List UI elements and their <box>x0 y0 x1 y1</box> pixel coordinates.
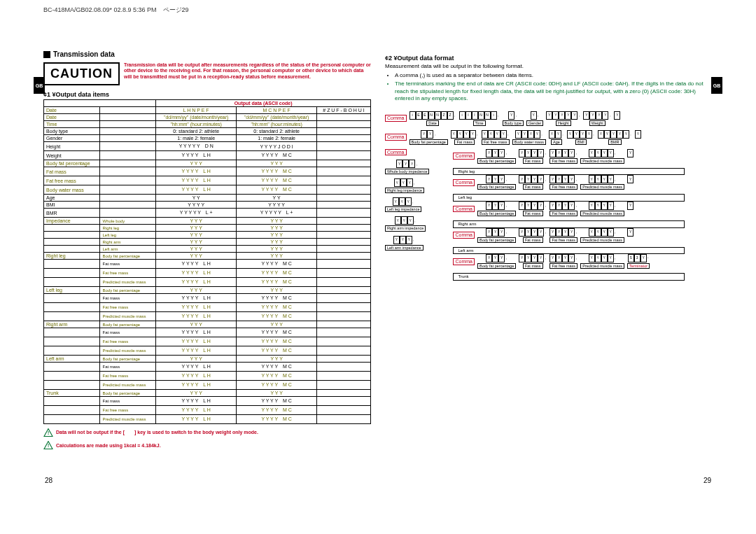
field-group: YYY,Body fat percentage <box>477 254 516 269</box>
table-row: Right legBody fat percentageY Y YY Y Y <box>44 253 371 260</box>
caution-body: Transmission data will be output after m… <box>120 62 371 85</box>
table-row: Predicted muscle massY Y Y Y L HY Y Y Y … <box>44 346 371 356</box>
field-group: YYYYY,BMR <box>598 130 632 145</box>
format-diagram: CommaiEENNZZ,DateiIINNi,TimeY,Body typeY… <box>385 111 713 281</box>
field-group: YYY,Left arm impedance <box>385 236 424 251</box>
table-row: Predicted muscle massY Y Y Y L HY Y Y Y … <box>44 312 371 321</box>
note-2: ! Calculations are made using 1kcal = 4.… <box>43 441 371 449</box>
field-group: Y,Body type <box>503 111 524 126</box>
table-row: Date"dd/mm/yy" (date/month/year)"dd/mm/y… <box>44 114 371 121</box>
table-row: Gender1: male 2: female1: male 2: female <box>44 135 371 142</box>
table-row: BMIY Y Y YY Y Y Y <box>44 202 371 209</box>
table-row: Time"hh:mm" (hour:minutes)"hh:mm" (hour:… <box>44 121 371 128</box>
field-group: YYY,Body fat percentage <box>477 175 516 190</box>
field-group: YYY,Left leg impedance <box>385 197 421 212</box>
segment-label: Left arm <box>453 247 685 255</box>
table-row: Fat free massY Y Y Y L HY Y Y Y M C <box>44 372 371 381</box>
segment-label: Right leg <box>453 168 685 176</box>
page-number-left: 28 <box>45 477 52 484</box>
table-row: Right armY Y YY Y Y <box>44 239 371 246</box>
warning-icon: ! <box>43 441 53 449</box>
field-group: YYYY,Weight <box>583 111 611 126</box>
table-row: BMRY Y Y Y Y L +Y Y Y Y Y L + <box>44 209 371 218</box>
field-group: YYYY,Predicted muscle mass <box>580 202 624 216</box>
caution-box: ! CAUTION <box>43 62 120 85</box>
table-row: Fat massY Y Y Y L HY Y Y Y M C <box>44 363 371 372</box>
table-row: Fat free massY Y Y Y L HY Y Y Y M C <box>44 406 371 415</box>
note-1: ! Data will not be output if the [ ] key… <box>43 428 371 437</box>
field-group: YYY,Body fat percentage <box>477 228 516 243</box>
field-group: YYYY,Fat mass <box>519 254 547 269</box>
field-group: iIINNi,Time <box>459 111 500 126</box>
field-group: YYYY,Predicted muscle mass <box>580 228 624 243</box>
subhead-2: ¢2 ¥Output data format <box>385 55 713 62</box>
warning-icon: ! <box>43 428 53 437</box>
table-row: HeightY Y Y Y Y D NY Y Y Y J O D I <box>44 142 371 151</box>
table-row: Body type0: standard 2: athlete0: standa… <box>44 128 371 135</box>
table-row: Predicted muscle massY Y Y Y L HY Y Y Y … <box>44 415 371 424</box>
right-page: GB ¢2 ¥Output data format Measurement da… <box>378 42 720 456</box>
table-row: Left armBody fat percentageY Y YY Y Y <box>44 356 371 363</box>
field-group: YYY,Body fat percentage <box>477 149 516 164</box>
segment-label: Left leg <box>453 194 685 202</box>
page-header: BC-418MA/GB02.08.09* 02.8.9 5:36 PM ページ2… <box>43 6 189 15</box>
field-group: YYYY,Fat free mass <box>482 130 510 145</box>
table-row: Predicted muscle massY Y Y Y L HY Y Y Y … <box>44 381 371 390</box>
caution-label: CAUTION <box>50 66 113 81</box>
field-group: YYYY,Fat free mass <box>550 175 578 190</box>
field-group: YYYY,Body water mass <box>512 130 546 145</box>
intro-text: Measurement data will be output in the f… <box>385 63 713 69</box>
side-tab-right: GB <box>711 77 722 94</box>
field-group: YYYY,Fat free mass <box>550 228 578 243</box>
field-group: YYY,Body fat percentage <box>477 202 516 216</box>
field-group: YY,Age <box>549 130 564 145</box>
table-row: Fat massY Y Y Y L HY Y Y Y M C <box>44 260 371 269</box>
left-page: GB Transmission data ! CAUTION Transmiss… <box>36 42 378 456</box>
table-row: Predicted muscle massY Y Y Y L HY Y Y Y … <box>44 278 371 287</box>
field-group: YYYY,Fat free mass <box>550 149 578 164</box>
table-row: TrunkBody fat percentageY Y YY Y Y <box>44 390 371 397</box>
field-group: YYYY,Fat mass <box>519 175 547 190</box>
field-group: YYY,Right arm impedance <box>385 216 426 231</box>
field-group: YYYY,Predicted muscle mass <box>580 149 624 164</box>
table-row: Fat massY Y Y Y L HY Y Y Y M C <box>44 167 371 176</box>
svg-text:!: ! <box>48 430 49 435</box>
table-row: AgeY YY Y <box>44 195 371 202</box>
table-row: Left legBody fat percentageY Y YY Y Y <box>44 287 371 294</box>
table-row: WeightY Y Y Y L HY Y Y Y M C <box>44 151 371 160</box>
side-tab-left: GB <box>34 77 45 94</box>
subhead-1: ¢1 ¥Output data items <box>43 91 371 98</box>
output-items-table: Output data (ASCII code) DateL H N P E F… <box>43 99 371 424</box>
page-number-right: 29 <box>704 477 711 484</box>
table-row: ImpedanceWhole bodyY Y YY Y Y <box>44 218 371 225</box>
bullet-list: A comma (,) is used as a separator betwe… <box>385 72 713 103</box>
table-row: Fat free massY Y Y Y L HY Y Y Y M C <box>44 176 371 185</box>
comma-label: Comma <box>385 115 407 122</box>
table-row: Body fat percentageY Y YY Y Y <box>44 160 371 167</box>
field-group: YYYY,Predicted muscle mass <box>580 254 624 269</box>
table-row: Fat free massY Y Y Y L HY Y Y Y M C <box>44 269 371 278</box>
segment-label: Trunk <box>453 273 685 281</box>
field-group: YYYY,Predicted muscle mass <box>580 175 624 190</box>
segment-label: Right arm <box>453 220 685 228</box>
field-group: iEENNZZ,Date <box>410 111 456 126</box>
field-group: YYYYY,Height <box>546 111 580 126</box>
table-row: Fat massY Y Y Y L HY Y Y Y M C <box>44 397 371 406</box>
field-group: YYYY,Fat free mass <box>550 202 578 216</box>
field-group: YYYY,BMI <box>567 130 595 145</box>
table-row: Fat free massY Y Y Y L HY Y Y Y M C <box>44 303 371 312</box>
table-row: Body water massY Y Y Y L HY Y Y Y M C <box>44 185 371 195</box>
field-group: YY,Body fat percentage <box>410 130 448 145</box>
field-group: YYY,Whole body impedance <box>385 160 429 174</box>
table-row: Fat massY Y Y Y L HY Y Y Y M C <box>44 294 371 303</box>
comma-label: Comma <box>385 134 407 141</box>
field-group: YYYY,Fat mass <box>519 202 547 216</box>
table-row: Fat massY Y Y Y L HY Y Y Y M C <box>44 328 371 337</box>
field-group: YYY,Right leg impedance <box>385 178 424 193</box>
field-group: YYYY,Fat mass <box>519 228 547 243</box>
section-title: Transmission data <box>43 49 371 59</box>
table-row: Left legY Y YY Y Y <box>44 232 371 239</box>
svg-text:!: ! <box>48 443 49 448</box>
field-group: Y,Gender <box>526 111 543 126</box>
field-group: YYYY,Fat mass <box>519 149 547 164</box>
